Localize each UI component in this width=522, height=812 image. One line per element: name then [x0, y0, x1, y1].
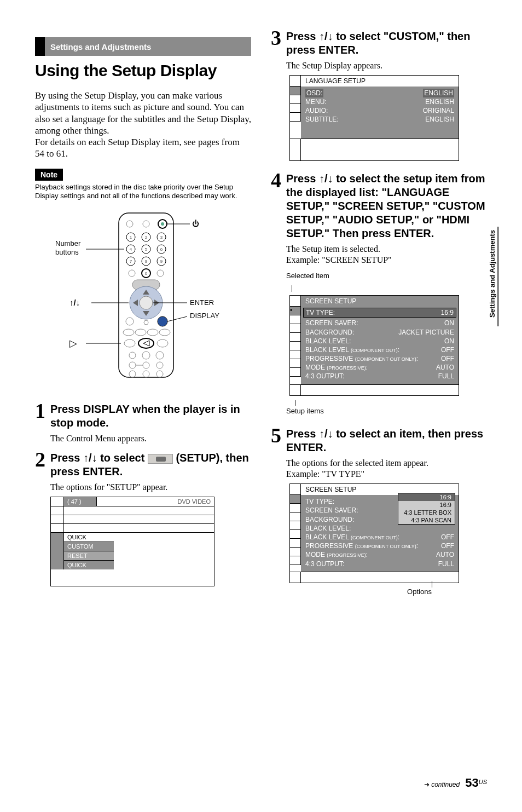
svg-point-61 [156, 362, 163, 368]
osd-tv-type: SCREEN SETUP TV TYPE:16:9 SCREEN SAVER: … [289, 483, 459, 583]
svg-line-44 [167, 316, 187, 321]
step-5: 5 Press ↑/↓ to select an item, then pres… [271, 425, 487, 596]
selected-item-label: Selected item [286, 272, 487, 280]
svg-point-55 [129, 352, 136, 359]
note-text: Playback settings stored in the disc tak… [35, 183, 251, 201]
svg-point-43 [144, 320, 148, 325]
page-footer: ➜ continued 53US [424, 776, 487, 790]
svg-point-52 [157, 339, 168, 347]
step-3: 3 Press ↑/↓ to select "CUSTOM," then pre… [271, 27, 487, 165]
step-1-heading: Press DISPLAY when the player is in stop… [50, 402, 251, 430]
svg-point-2 [143, 221, 149, 227]
options-popup: 16:9 16:9 4:3 LETTER BOX 4:3 PAN SCAN [398, 493, 455, 525]
svg-point-26 [129, 270, 135, 277]
osd-screen-setup: SCREEN SETUP • TV TYPE: 16:9 SCREEN SAVE… [289, 295, 459, 396]
osd-language-setup: LANGUAGE SETUP OSD:ENGLISH MENU:ENGLISH … [289, 75, 459, 161]
svg-point-4 [161, 222, 164, 226]
arrow-icon: ➜ [424, 781, 430, 788]
page-title: Using the Setup Display [35, 61, 251, 80]
svg-text:3: 3 [160, 235, 163, 240]
svg-point-41 [126, 318, 134, 325]
svg-text:Number: Number [55, 239, 81, 247]
step-2: 2 Press ↑/↓ to select (SETUP), then pres… [35, 449, 251, 586]
svg-point-50 [138, 338, 154, 348]
svg-point-27 [157, 270, 164, 277]
step-2-heading: Press ↑/↓ to select (SETUP), then press … [50, 451, 251, 479]
svg-text:6: 6 [160, 247, 163, 252]
note-label: Note [35, 169, 63, 181]
svg-text:0: 0 [144, 271, 147, 276]
svg-point-42 [158, 316, 167, 326]
step-1: 1 Press DISPLAY when the player is in st… [35, 400, 251, 445]
svg-text:8: 8 [144, 259, 147, 264]
osd-item-quick: QUICK [64, 533, 114, 542]
svg-text:5: 5 [144, 247, 147, 252]
svg-point-46 [135, 329, 146, 336]
svg-text:2: 2 [144, 235, 147, 240]
step-1-desc: The Control Menu appears. [50, 433, 251, 445]
power-icon-label: ⏻ [192, 220, 199, 228]
section-header: Settings and Adjustments [35, 37, 251, 56]
section-header-text: Settings and Adjustments [45, 37, 251, 56]
svg-text:4: 4 [129, 247, 132, 252]
step-5-heading: Press ↑/↓ to select an item, then press … [286, 427, 487, 454]
display-label: DISPLAY [190, 312, 219, 320]
svg-point-49 [124, 339, 135, 347]
svg-point-56 [142, 352, 150, 359]
svg-text:1: 1 [129, 235, 132, 240]
setup-icon [148, 454, 173, 464]
side-tab-bar [497, 227, 499, 326]
intro-paragraph: By using the Setup Display, you can make… [35, 90, 251, 160]
svg-text:9: 9 [160, 259, 163, 264]
remote-diagram: ⏻ 123 456 789 0 Number [35, 210, 251, 387]
svg-point-60 [143, 362, 149, 368]
osd-item-quick2: QUICK [64, 561, 114, 569]
setup-items-label: Setup items [286, 407, 487, 415]
step-3-heading: Press ↑/↓ to select "CUSTOM," then press… [286, 30, 487, 57]
svg-text:7: 7 [129, 259, 132, 264]
svg-point-48 [159, 329, 170, 336]
svg-text:↑/↓: ↑/↓ [69, 298, 80, 307]
side-tab: Settings and Adjustments [488, 230, 497, 318]
svg-point-1 [126, 221, 133, 227]
options-label: Options [352, 588, 487, 596]
enter-label: ENTER [190, 298, 214, 307]
osd-setup-menu: ( 47 ) DVD VIDEO QUICK CUSTOM RESET [50, 497, 214, 586]
svg-point-47 [147, 329, 158, 336]
svg-text:▷: ▷ [69, 338, 77, 349]
osd-item-custom: CUSTOM [64, 542, 114, 551]
osd-item-reset: RESET [64, 551, 114, 561]
svg-text:buttons: buttons [55, 248, 79, 256]
step-4-heading: Press ↑/↓ to select the setup item from … [286, 172, 487, 240]
svg-point-63 [143, 371, 149, 377]
svg-point-33 [140, 296, 153, 309]
svg-marker-51 [143, 341, 149, 346]
svg-point-64 [156, 371, 163, 377]
step-3-desc: The Setup Display appears. [286, 60, 487, 72]
svg-point-58 [129, 362, 136, 368]
svg-point-45 [123, 329, 134, 336]
step-4: 4 Press ↑/↓ to select the setup item fro… [271, 170, 487, 421]
svg-point-57 [156, 352, 164, 359]
step-2-desc: The options for "SETUP" appear. [50, 482, 251, 493]
svg-point-62 [129, 371, 136, 377]
